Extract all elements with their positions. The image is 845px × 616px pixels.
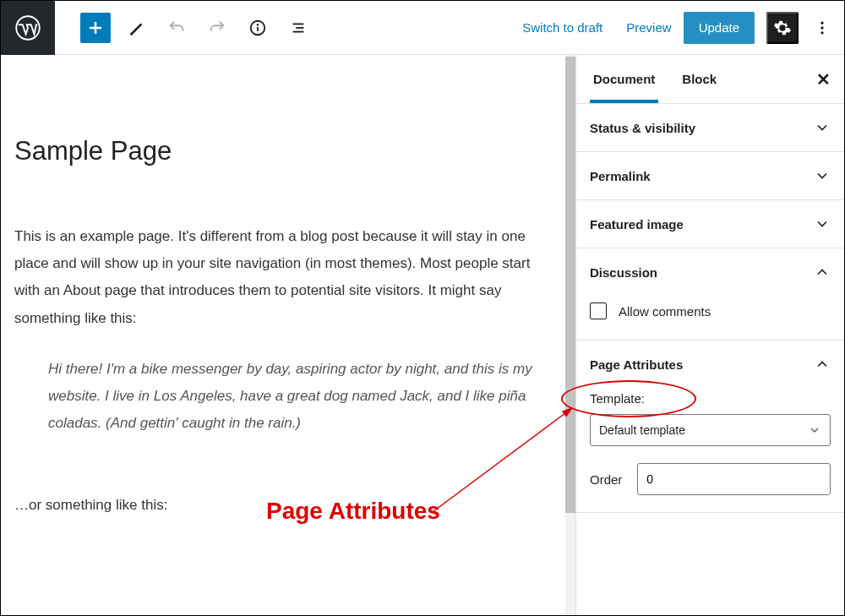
scrollbar[interactable]: [565, 55, 575, 615]
add-block-button[interactable]: [80, 13, 111, 43]
panel-title: Permalink: [590, 169, 651, 183]
editor-body: Sample Page This is an example page. It'…: [1, 55, 844, 615]
chevron-down-icon: [808, 423, 821, 437]
panel-page-attributes: Page Attributes Template: Default templa…: [576, 341, 844, 513]
panel-toggle-permalink[interactable]: Permalink: [576, 152, 844, 199]
page-title[interactable]: Sample Page: [14, 129, 552, 174]
page-attributes-body: Template: Default template Order: [576, 388, 844, 512]
panel-featured-image: Featured image: [576, 200, 844, 248]
svg-point-5: [257, 24, 259, 25]
order-input[interactable]: [637, 463, 831, 495]
tab-document[interactable]: Document: [590, 55, 658, 103]
svg-point-9: [820, 21, 823, 24]
template-select[interactable]: Default template: [590, 414, 831, 446]
allow-comments-row: Allow comments: [576, 296, 844, 340]
editor-top-bar: Switch to draft Preview Update: [1, 1, 844, 55]
scrollbar-thumb[interactable]: [565, 57, 575, 513]
svg-point-10: [820, 26, 823, 29]
update-button[interactable]: Update: [684, 12, 755, 44]
order-row: Order: [590, 463, 831, 495]
paragraph-block[interactable]: This is an example page. It's different …: [14, 223, 552, 332]
chevron-down-icon: [814, 215, 831, 232]
panel-toggle-discussion[interactable]: Discussion: [576, 248, 844, 296]
preview-button[interactable]: Preview: [614, 13, 683, 43]
panel-discussion: Discussion Allow comments: [576, 248, 844, 341]
template-value: Default template: [599, 423, 685, 437]
panel-title: Page Attributes: [590, 357, 683, 372]
panel-title: Featured image: [590, 217, 684, 232]
chevron-down-icon: [814, 167, 831, 184]
order-label: Order: [590, 472, 622, 487]
allow-comments-label: Allow comments: [619, 304, 711, 319]
paragraph-block[interactable]: …or something like this:: [14, 492, 552, 519]
chevron-up-icon: [814, 356, 831, 373]
close-sidebar-button[interactable]: ✕: [816, 69, 831, 90]
settings-sidebar: Document Block ✕ Status & visibility Per…: [575, 55, 844, 615]
svg-point-11: [820, 31, 823, 34]
panel-toggle-status[interactable]: Status & visibility: [576, 104, 844, 151]
redo-button[interactable]: [202, 13, 232, 43]
chevron-up-icon: [814, 264, 831, 281]
allow-comments-checkbox[interactable]: [590, 303, 607, 319]
panel-title: Discussion: [590, 265, 657, 280]
wordpress-logo[interactable]: [1, 1, 55, 55]
switch-to-draft-button[interactable]: Switch to draft: [510, 13, 614, 43]
template-label: Template:: [590, 391, 831, 406]
outline-button[interactable]: [283, 13, 313, 43]
edit-mode-button[interactable]: [121, 13, 151, 43]
panel-toggle-page-attributes[interactable]: Page Attributes: [576, 341, 844, 388]
content-editor[interactable]: Sample Page This is an example page. It'…: [1, 55, 565, 615]
chevron-down-icon: [814, 119, 831, 136]
quote-block[interactable]: Hi there! I'm a bike messenger by day, a…: [14, 352, 552, 441]
more-options-button[interactable]: [807, 13, 837, 43]
panel-status-visibility: Status & visibility: [576, 104, 844, 152]
panel-toggle-featured[interactable]: Featured image: [576, 200, 844, 248]
undo-button[interactable]: [161, 13, 192, 43]
panel-title: Status & visibility: [590, 121, 695, 135]
panel-permalink: Permalink: [576, 152, 844, 200]
sidebar-tabs: Document Block ✕: [576, 55, 844, 104]
tab-block[interactable]: Block: [679, 55, 720, 103]
info-button[interactable]: [243, 13, 273, 43]
settings-button[interactable]: [766, 12, 799, 44]
